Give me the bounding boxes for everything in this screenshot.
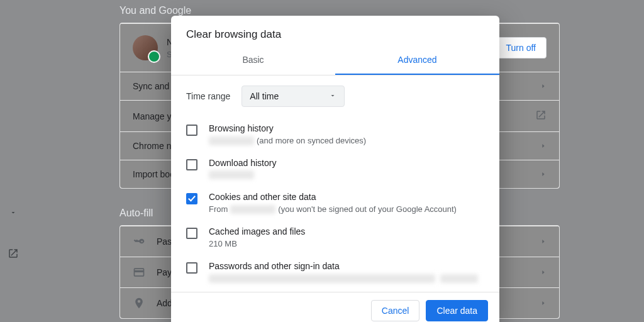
dialog-title: Clear browsing data [171, 16, 499, 47]
time-range-select[interactable]: All time [242, 86, 345, 107]
cancel-button[interactable]: Cancel [371, 300, 420, 321]
item-title: Cached images and files [209, 226, 305, 236]
clear-browsing-data-dialog: Clear browsing data Basic Advanced Time … [171, 16, 499, 322]
clear-data-list: Browsing history(and more on synced devi… [171, 117, 499, 292]
avatar [133, 35, 158, 60]
item-subtitle: From(you won't be signed out of your Goo… [209, 204, 457, 214]
clear-data-item: Cookies and other site dataFrom(you won'… [186, 186, 484, 220]
redacted-text [209, 170, 254, 179]
turn-off-button[interactable]: Turn off [496, 37, 547, 58]
chevron-right-icon [540, 298, 547, 308]
chevron-right-icon [540, 236, 547, 247]
redacted-text [440, 274, 478, 283]
item-title: Cookies and other site data [209, 192, 457, 202]
item-title: Passwords and other sign-in data [209, 261, 478, 271]
checkbox[interactable] [186, 159, 197, 170]
item-subtitle [209, 274, 478, 283]
chevron-right-icon [540, 169, 547, 179]
tab-advanced[interactable]: Advanced [335, 47, 499, 75]
chevron-right-icon [540, 141, 547, 151]
time-range-label: Time range [186, 91, 230, 101]
redacted-text [209, 136, 254, 145]
clear-data-item: Cached images and files210 MB [186, 220, 484, 255]
checkbox[interactable] [186, 228, 197, 239]
clear-data-item: Browsing history(and more on synced devi… [186, 117, 484, 152]
card-icon [133, 266, 145, 279]
item-title: Download history [209, 158, 276, 168]
section-title-you-google: You and Google [119, 5, 560, 16]
checkbox[interactable] [186, 193, 197, 204]
key-icon [133, 235, 145, 248]
redacted-text [209, 274, 435, 283]
tab-basic[interactable]: Basic [171, 47, 335, 75]
clear-data-item: Passwords and other sign-in data [186, 255, 484, 289]
open-external-icon [535, 109, 547, 123]
chevron-right-icon [540, 81, 547, 91]
tabs: Basic Advanced [171, 47, 499, 75]
clear-data-item: Download history [186, 152, 484, 186]
item-subtitle: 210 MB [209, 239, 305, 248]
chevron-right-icon [540, 267, 547, 277]
checkbox[interactable] [186, 125, 197, 136]
clear-data-button[interactable]: Clear data [426, 300, 488, 321]
item-title: Browsing history [209, 123, 366, 133]
caret-down-icon [329, 91, 336, 101]
checkbox[interactable] [186, 262, 197, 274]
location-icon [133, 297, 145, 309]
item-subtitle [209, 170, 276, 179]
item-subtitle: (and more on synced devices) [209, 136, 366, 145]
redacted-text [230, 205, 275, 214]
